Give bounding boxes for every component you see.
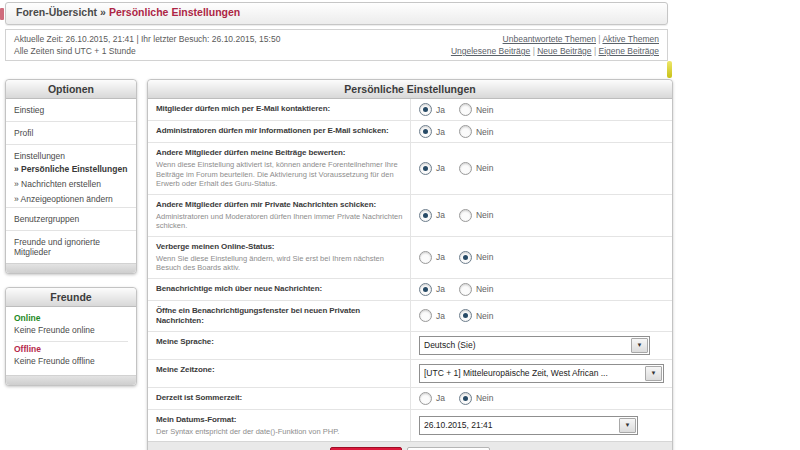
select-value: 26.10.2015, 21:41 xyxy=(424,420,493,430)
breadcrumb-bar: Foren-Übersicht»Persönliche Einstellunge… xyxy=(5,2,668,25)
admin-email-info-radio-nein-label[interactable]: Nein xyxy=(476,127,493,137)
setting-label: Andere Mitglieder dürfen mir Private Nac… xyxy=(156,200,406,210)
settings-panel: Persönliche Einstellungen Mitglieder dür… xyxy=(147,79,673,450)
radio-dot xyxy=(463,313,468,318)
email-contact-radio-nein[interactable] xyxy=(459,103,472,116)
admin-email-info-radio-ja[interactable] xyxy=(419,125,432,138)
setting-note: Administratoren und Moderatoren dürfen I… xyxy=(156,212,406,231)
setting-note: Wenn diese Einstellung aktiviert ist, kö… xyxy=(156,160,406,189)
email-contact-radio-ja[interactable] xyxy=(419,103,432,116)
settings-row-popup-new-pm: Öffne ein Benachrichtigungsfenster bei n… xyxy=(148,300,672,331)
sidebar-item-profil[interactable]: Profil xyxy=(6,122,136,145)
breadcrumb-separator: » xyxy=(100,6,106,18)
summer-time-radio-ja-label[interactable]: Ja xyxy=(436,393,445,403)
popup-new-pm-radio-ja[interactable] xyxy=(419,309,432,322)
time-info: Aktuelle Zeit: 26.10.2015, 21:41 | Ihr l… xyxy=(14,33,280,57)
setting-note: Der Syntax entspricht der der date()-Fun… xyxy=(156,427,406,437)
select-value: [UTC + 1] Mitteleuropäische Zeit, West A… xyxy=(424,368,608,378)
allow-private-messages-radio-ja[interactable] xyxy=(419,209,432,222)
settings-row-summer-time: Derzeit ist Sommerzeit:JaNein xyxy=(148,387,672,409)
friends-online-status: Keine Freunde online xyxy=(14,323,128,338)
sidebar-item-anzeigeoptionen-aendern[interactable]: » Anzeigeoptionen ändern xyxy=(6,192,136,208)
popup-new-pm-radio-ja-label[interactable]: Ja xyxy=(436,311,445,321)
timezone-select[interactable]: [UTC + 1] Mitteleuropäische Zeit, West A… xyxy=(419,364,664,383)
setting-label: Benachrichtige mich über neue Nachrichte… xyxy=(156,284,406,294)
settings-row-timezone-select: Meine Zeitzone:[UTC + 1] Mitteleuropäisc… xyxy=(148,359,672,387)
notify-new-messages-radio-nein-label[interactable]: Nein xyxy=(476,284,493,294)
rate-posts-radio-ja-label[interactable]: Ja xyxy=(436,163,445,173)
radio-dot xyxy=(423,166,428,171)
breadcrumb-current: Persönliche Einstellungen xyxy=(109,6,240,18)
select-value: Deutsch (Sie) xyxy=(424,340,476,350)
link-separator: | xyxy=(592,46,599,56)
allow-private-messages-radio-nein-label[interactable]: Nein xyxy=(476,210,493,220)
allow-private-messages-radio-nein[interactable] xyxy=(459,209,472,222)
friends-panel-footer xyxy=(6,375,136,385)
admin-email-info-radio-ja-label[interactable]: Ja xyxy=(436,127,445,137)
popup-new-pm-radio-nein[interactable] xyxy=(459,309,472,322)
friends-online-label: Online xyxy=(14,311,128,323)
sidebar-item-nachrichten-erstellen[interactable]: » Nachrichten erstellen xyxy=(6,177,136,192)
admin-email-info-radio-nein[interactable] xyxy=(459,125,472,138)
info-bar: Aktuelle Zeit: 26.10.2015, 21:41 | Ihr l… xyxy=(5,29,668,61)
current-time-text: Aktuelle Zeit: 26.10.2015, 21:41 | Ihr l… xyxy=(14,33,280,45)
options-panel-footer xyxy=(6,263,136,273)
chevron-down-icon[interactable]: ▼ xyxy=(645,366,662,381)
notify-new-messages-radio-nein[interactable] xyxy=(459,283,472,296)
language-select[interactable]: Deutsch (Sie)▼ xyxy=(419,336,650,355)
setting-label: Meine Sprache: xyxy=(156,337,406,347)
chevron-down-icon[interactable]: ▼ xyxy=(631,338,648,353)
sidebar: Optionen EinstiegProfilEinstellungen» Pe… xyxy=(5,79,137,399)
sidebar-item-einstieg[interactable]: Einstieg xyxy=(6,99,136,122)
summer-time-radio-ja[interactable] xyxy=(419,392,432,405)
hide-online-status-radio-ja-label[interactable]: Ja xyxy=(436,252,445,262)
setting-label: Meine Zeitzone: xyxy=(156,365,406,375)
hide-online-status-radio-ja[interactable] xyxy=(419,251,432,264)
sidebar-item-benutzergruppen[interactable]: Benutzergruppen xyxy=(6,208,136,231)
notify-new-messages-radio-ja[interactable] xyxy=(419,283,432,296)
rate-posts-radio-ja[interactable] xyxy=(419,162,432,175)
radio-dot xyxy=(423,213,428,218)
email-contact-radio-nein-label[interactable]: Nein xyxy=(476,105,493,115)
rate-posts-radio-nein[interactable] xyxy=(459,162,472,175)
sidebar-item-freunde-und-ignorierte[interactable]: Freunde und ignorierte Mitglieder xyxy=(6,231,136,263)
email-contact-radio-ja-label[interactable]: Ja xyxy=(436,105,445,115)
radio-dot xyxy=(423,287,428,292)
setting-note: Wenn Sie diese Einstellung ändern, wird … xyxy=(156,254,406,273)
sidebar-section-einstellungen: Einstellungen xyxy=(6,145,136,162)
new-posts-link[interactable]: Neue Beiträge xyxy=(537,46,591,56)
rate-posts-radio-nein-label[interactable]: Nein xyxy=(476,163,493,173)
topic-links-row-2: Ungelesene Beiträge | Neue Beiträge | Ei… xyxy=(451,45,659,57)
content-area: Optionen EinstiegProfilEinstellungen» Pe… xyxy=(5,79,668,450)
settings-rows: Mitglieder dürfen mich per E-Mail kontak… xyxy=(148,99,672,441)
settings-row-admin-email-info: Administratoren dürfen mir Informationen… xyxy=(148,120,672,142)
active-topics-link[interactable]: Aktive Themen xyxy=(602,34,659,44)
summer-time-radio-nein-label[interactable]: Nein xyxy=(476,393,493,403)
unread-posts-link[interactable]: Ungelesene Beiträge xyxy=(451,46,530,56)
radio-dot xyxy=(423,107,428,112)
page: Foren-Übersicht»Persönliche Einstellunge… xyxy=(5,0,668,450)
summer-time-radio-nein[interactable] xyxy=(459,392,472,405)
hide-online-status-radio-nein-label[interactable]: Nein xyxy=(476,252,493,262)
allow-private-messages-radio-ja-label[interactable]: Ja xyxy=(436,210,445,220)
radio-dot xyxy=(463,255,468,260)
setting-label: Mein Datums-Format: xyxy=(156,415,406,425)
friends-offline-label: Offline xyxy=(14,341,128,354)
unanswered-topics-link[interactable]: Unbeantwortete Themen xyxy=(503,34,596,44)
settings-row-hide-online-status: Verberge meinen Online-Status:Wenn Sie d… xyxy=(148,236,672,278)
radio-dot xyxy=(423,129,428,134)
notify-new-messages-radio-ja-label[interactable]: Ja xyxy=(436,284,445,294)
popup-new-pm-radio-nein-label[interactable]: Nein xyxy=(476,311,493,321)
sidebar-item-persoenliche-einstellungen[interactable]: » Persönliche Einstellungen xyxy=(6,162,136,177)
own-posts-link[interactable]: Eigene Beiträge xyxy=(599,46,660,56)
date-format-select[interactable]: 26.10.2015, 21:41▼ xyxy=(419,416,638,435)
setting-label: Öffne ein Benachrichtigungsfenster bei n… xyxy=(156,306,406,326)
friends-panel: Freunde Online Keine Freunde online Offl… xyxy=(5,287,137,386)
settings-row-date-format-select: Mein Datums-Format:Der Syntax entspricht… xyxy=(148,409,672,442)
breadcrumb-link-forum-overview[interactable]: Foren-Übersicht xyxy=(16,6,97,18)
setting-label: Andere Mitglieder dürfen meine Beiträge … xyxy=(156,148,406,158)
chevron-down-icon[interactable]: ▼ xyxy=(619,418,636,433)
settings-button-bar: Absenden Zurücksetzen xyxy=(148,441,672,450)
settings-panel-title: Persönliche Einstellungen xyxy=(148,80,672,99)
hide-online-status-radio-nein[interactable] xyxy=(459,251,472,264)
